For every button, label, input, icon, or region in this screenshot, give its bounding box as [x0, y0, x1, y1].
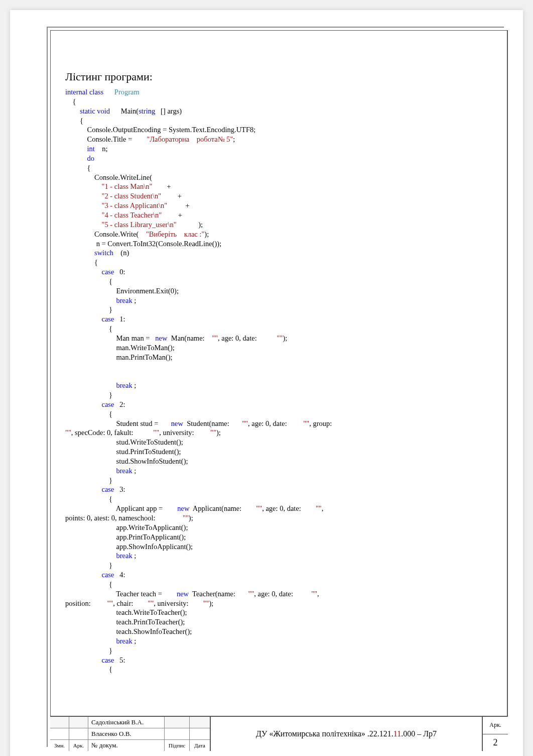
- row-checker: Власенко О.В.: [50, 728, 210, 740]
- stud-p: stud.PrintToStudent();: [65, 448, 181, 456]
- str-5: "5 - class Library_user\n": [102, 221, 177, 229]
- app-f: );: [189, 514, 193, 522]
- content-area: Лістинг програми: internal class Program…: [65, 70, 495, 706]
- brsc3: ;: [134, 552, 136, 560]
- kw-new2: new: [171, 419, 183, 427]
- end5: );: [198, 221, 203, 229]
- kw-new3: new: [177, 504, 189, 512]
- case0: 0:: [118, 268, 125, 276]
- app-s: app.ShowInfoApplicant();: [65, 543, 193, 551]
- brsc0: ;: [134, 296, 136, 304]
- kw-static: static: [80, 107, 95, 115]
- c2: [69, 717, 88, 728]
- str-rob: робота№ 5": [197, 135, 233, 143]
- title-block-left: Садолінський В.А. Власенко О.В. Змн. Арк…: [50, 717, 211, 751]
- case1: 1:: [118, 315, 125, 323]
- env-exit: Environment.Exit(0);: [65, 287, 179, 295]
- es11: "": [248, 590, 254, 598]
- line-title-a: Console.Title =: [65, 135, 134, 143]
- kw-new1: new: [155, 334, 167, 342]
- stud-s: stud.ShowInfoStudent();: [65, 457, 188, 465]
- man-d: );: [283, 334, 287, 342]
- n-decl: n;: [100, 145, 108, 153]
- teach-f: , chair:: [113, 599, 135, 607]
- app-d: ,: [322, 504, 325, 512]
- title-block-mid: ДУ «Житомирська політехніка» .22.121.11.…: [211, 717, 483, 751]
- c1: [50, 717, 69, 728]
- label-docum: № докум.: [88, 740, 165, 751]
- str-vyb: "Виберіть: [146, 230, 177, 238]
- c-sign1: [165, 717, 190, 728]
- es3: "": [242, 419, 248, 427]
- teach-c: , age: 0, date:: [254, 590, 295, 598]
- write-a: Console.Write(: [65, 230, 139, 238]
- app-a: Applicant app =: [65, 504, 165, 512]
- checker-name: Власенко О.В.: [88, 728, 165, 739]
- args: [] args): [161, 107, 182, 115]
- es1: "": [212, 334, 218, 342]
- es2: "": [277, 334, 283, 342]
- title-block: Садолінський В.А. Власенко О.В. Змн. Арк…: [50, 716, 508, 751]
- es10: "": [183, 514, 189, 522]
- write-b: );: [204, 230, 209, 238]
- kw-int: int: [87, 145, 95, 153]
- app-e: points: 0, atest: 0, nameschool:: [65, 514, 157, 522]
- man-c: , age: 0, date:: [218, 334, 258, 342]
- doc-code-a: ДУ «Житомирська політехніка» .22.121.: [256, 729, 393, 738]
- kw-do: do: [87, 154, 95, 162]
- es13: "": [107, 599, 113, 607]
- plus3: +: [184, 201, 190, 209]
- line-encoding: Console.OutputEncoding = System.Text.Enc…: [65, 126, 255, 134]
- sheet-label: Арк.: [483, 717, 508, 734]
- teach-e: position:: [65, 599, 92, 607]
- plus1: +: [165, 182, 171, 190]
- teach-h: );: [209, 599, 213, 607]
- stud-a: Student stud =: [65, 419, 160, 427]
- kw-case3: case: [102, 485, 114, 493]
- stud-b: Student(name:: [185, 419, 231, 427]
- es6: "": [153, 428, 159, 437]
- kw-break3: break: [116, 552, 132, 560]
- stud-w: stud.WriteToStudent();: [65, 438, 183, 446]
- case5: 5:: [118, 656, 125, 664]
- str-4: "4 - class Teacher\n": [102, 211, 162, 219]
- app-c: , age: 0, date:: [262, 504, 303, 512]
- es8: "": [256, 504, 262, 512]
- kw-case0: case: [102, 268, 114, 276]
- c-date1: [190, 717, 210, 728]
- main-sig: Main(: [119, 107, 139, 115]
- str-klas: клас :": [184, 230, 205, 238]
- kw-case5: case: [102, 656, 114, 664]
- kw-internal: internal: [65, 88, 87, 96]
- kw-break0: break: [116, 296, 132, 304]
- es12: "": [311, 590, 317, 598]
- kw-case2: case: [102, 400, 114, 408]
- c4: [69, 728, 88, 739]
- kw-void: void: [97, 107, 110, 115]
- label-date: Дата: [190, 740, 210, 751]
- author-name: Садолінський В.А.: [88, 717, 165, 728]
- kw-new4: new: [177, 590, 189, 598]
- page: Лістинг програми: internal class Program…: [10, 10, 523, 756]
- switch-n: (n): [119, 249, 129, 257]
- title-block-right: Арк. 2: [483, 717, 508, 751]
- app-w: app.WriteToApplicant();: [65, 523, 188, 531]
- label-ark: Арк.: [69, 740, 88, 751]
- teach-p: teach.PrintToTeacher();: [65, 618, 185, 626]
- case4: 4:: [118, 571, 125, 579]
- label-sign: Підпис: [165, 740, 190, 751]
- str-1: "1 - class Man\n": [102, 182, 153, 190]
- es5: "": [65, 428, 71, 437]
- writeline: Console.WriteLine(: [65, 173, 152, 181]
- teach-a: Teacher teach =: [65, 590, 164, 598]
- kw-case1: case: [102, 315, 114, 323]
- es9: "": [316, 504, 322, 512]
- stud-g: );: [216, 428, 221, 437]
- kw-break2: break: [116, 467, 132, 475]
- heading: Лістинг програми:: [65, 70, 495, 83]
- man-p: man.PrintToMan();: [65, 353, 173, 361]
- teach-g: , university:: [154, 599, 190, 607]
- man-a: Man man =: [65, 334, 152, 342]
- teach-s: teach.ShowInfoTeacher();: [65, 627, 192, 635]
- man-b: Man(name:: [169, 334, 206, 342]
